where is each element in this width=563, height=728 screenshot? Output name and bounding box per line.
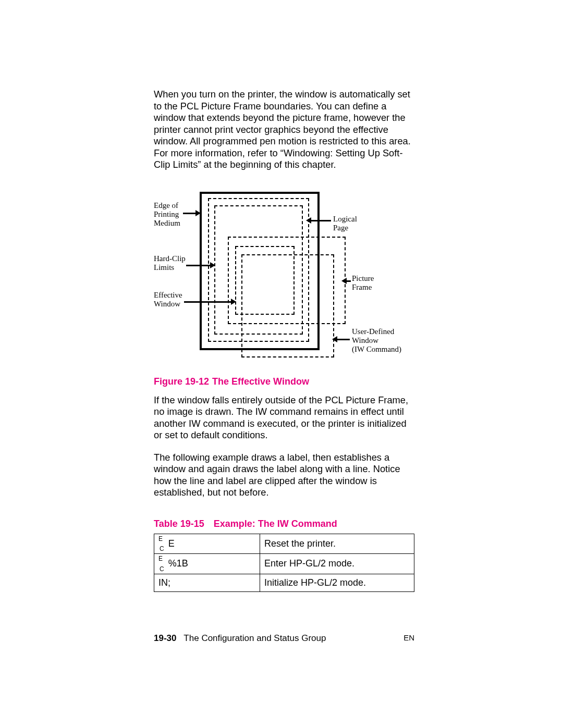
arrow-head-icon	[341, 278, 347, 284]
cell-description: Reset the printer.	[260, 534, 414, 554]
label-user-defined-window: User-DefinedWindow(IW Command)	[352, 327, 401, 354]
label-effective-window: EffectiveWindow	[154, 291, 182, 309]
paragraph-1: When you turn on the printer, the window…	[154, 89, 414, 171]
cell-command: EC%1B	[154, 554, 260, 574]
cell-description: Initialize HP-GL/2 mode.	[260, 574, 414, 591]
arrow-head-icon	[306, 217, 311, 224]
label-logical-page: LogicalPage	[333, 215, 357, 233]
arrow-shaft	[186, 265, 211, 266]
paragraph-2: If the window falls entirely outside of …	[154, 394, 414, 441]
cell-command: ECE	[154, 534, 260, 554]
figure-caption: Figure 19-12The Effective Window	[154, 376, 414, 387]
paragraph-3: The following example draws a label, the…	[154, 452, 414, 499]
page-content: When you turn on the printer, the window…	[154, 89, 414, 592]
arrow-head-icon	[195, 210, 201, 216]
label-picture-frame: PictureFrame	[352, 274, 374, 292]
table-row: ECE Reset the printer.	[154, 534, 414, 554]
table-row: IN; Initialize HP-GL/2 mode.	[154, 574, 414, 591]
section-title: The Configuration and Status Group	[183, 633, 326, 643]
table-title: Table 19-15 Example: The IW Command	[154, 519, 414, 529]
figure-number: Figure 19-12	[154, 376, 209, 387]
arrow-head-icon	[332, 336, 337, 342]
table-row: EC%1B Enter HP-GL/2 mode.	[154, 554, 414, 574]
label-hard-clip-limits: Hard-ClipLimits	[154, 254, 186, 273]
figure-effective-window: Edge ofPrintingMedium Hard-ClipLimits Ef…	[154, 192, 414, 369]
cell-command: IN;	[154, 574, 260, 591]
figure-title: The Effective Window	[212, 376, 309, 387]
arrow-shaft	[310, 220, 331, 221]
cell-description: Enter HP-GL/2 mode.	[260, 554, 414, 574]
label-edge-of-printing-medium: Edge ofPrintingMedium	[154, 201, 180, 228]
arrow-head-icon	[210, 262, 215, 268]
effective-window-box	[235, 246, 295, 315]
arrow-shaft	[184, 301, 232, 303]
page-footer: 19-30 The Configuration and Status Group…	[154, 633, 414, 644]
command-table: ECE Reset the printer. EC%1B Enter HP-GL…	[154, 534, 414, 592]
page-number: 19-30	[154, 633, 176, 643]
arrow-head-icon	[231, 299, 236, 305]
arrow-shaft	[183, 213, 197, 214]
language-code: EN	[403, 633, 414, 642]
arrow-shaft	[336, 339, 350, 340]
